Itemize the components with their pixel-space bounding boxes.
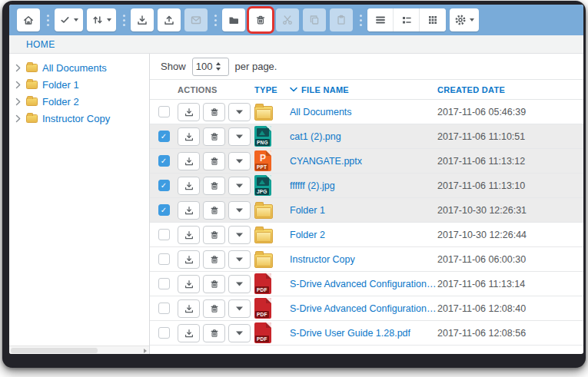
row-download-button[interactable]: [178, 127, 200, 146]
row-checkbox[interactable]: [158, 204, 170, 216]
file-name-link[interactable]: S-Drive User Guide 1.28.pdf: [290, 328, 410, 339]
row-checkbox[interactable]: [158, 278, 170, 289]
row-delete-button[interactable]: [203, 324, 225, 342]
row-more-button[interactable]: [228, 324, 251, 342]
caret-down-icon: [235, 330, 244, 336]
row-more-button[interactable]: [228, 152, 251, 170]
list-view-icon: [374, 14, 387, 26]
row-download-button[interactable]: [178, 201, 200, 220]
download-button[interactable]: [131, 8, 154, 31]
chevron-down-icon: [107, 18, 111, 21]
row-checkbox[interactable]: [158, 106, 170, 117]
row-download-button[interactable]: [178, 103, 200, 121]
row-download-button[interactable]: [178, 177, 200, 195]
folder-tree-item[interactable]: All Documents: [9, 59, 149, 76]
scrollbar-thumb[interactable]: [11, 348, 98, 353]
row-delete-button[interactable]: [203, 275, 225, 293]
row-more-button[interactable]: [228, 275, 251, 293]
row-download-button[interactable]: [178, 250, 200, 269]
cut-button[interactable]: [276, 8, 299, 31]
row-delete-button[interactable]: [203, 201, 225, 220]
row-checkbox[interactable]: [158, 253, 170, 265]
folder-tree-item-label[interactable]: All Documents: [42, 62, 107, 74]
row-checkbox[interactable]: [158, 229, 170, 240]
row-checkbox[interactable]: [158, 131, 170, 142]
file-type-badge: JPG: [255, 188, 269, 195]
created-date: 2017-11-06 11:10:51: [437, 131, 583, 142]
breadcrumb-home[interactable]: HOME: [26, 39, 55, 50]
paste-button[interactable]: [330, 8, 353, 31]
row-more-button[interactable]: [228, 127, 251, 146]
row-checkbox[interactable]: [158, 155, 170, 167]
row-delete-button[interactable]: [203, 152, 225, 170]
folder-tree-item[interactable]: Instructor Copy: [9, 110, 149, 127]
row-checkbox[interactable]: [158, 303, 170, 314]
row-delete-button[interactable]: [203, 127, 225, 146]
row-delete-button[interactable]: [203, 226, 225, 244]
folder-tree-item-label[interactable]: Folder 2: [42, 96, 79, 107]
delete-button[interactable]: [249, 8, 272, 31]
header-file-name[interactable]: FILE NAME: [290, 85, 437, 94]
row-download-button[interactable]: [178, 226, 200, 244]
file-name-link[interactable]: cat1 (2).png: [290, 131, 341, 142]
per-page-input[interactable]: [193, 61, 216, 72]
paste-icon: [335, 14, 347, 26]
row-delete-button[interactable]: [203, 250, 225, 269]
row-delete-button[interactable]: [203, 177, 225, 195]
chevron-right-icon: [15, 98, 22, 106]
select-all-button[interactable]: [55, 8, 83, 31]
row-download-button[interactable]: [178, 152, 200, 170]
download-icon: [184, 180, 194, 191]
stepper-up-icon[interactable]: [216, 62, 221, 65]
file-name-link[interactable]: Folder 2: [290, 230, 325, 240]
settings-button[interactable]: [450, 8, 479, 31]
home-button[interactable]: [17, 8, 40, 31]
list-view-button[interactable]: [367, 8, 394, 31]
file-name-link[interactable]: CYANGATE.pptx: [290, 156, 362, 167]
file-name-link[interactable]: S-Drive Advanced Configuration Gui...: [290, 279, 437, 289]
home-icon: [22, 14, 35, 26]
folder-tree-item[interactable]: Folder 2: [9, 93, 149, 110]
row-more-button[interactable]: [228, 103, 251, 121]
folder-tree-item-label[interactable]: Folder 1: [42, 79, 79, 91]
detail-view-button[interactable]: [394, 8, 420, 31]
grid-view-button[interactable]: [420, 8, 446, 31]
folder-tree-item[interactable]: Folder 1: [9, 76, 149, 93]
header-type[interactable]: TYPE: [254, 85, 290, 94]
file-name-link[interactable]: ffffff (2).jpg: [290, 180, 335, 191]
row-delete-button[interactable]: [203, 299, 225, 318]
row-more-button[interactable]: [228, 299, 251, 318]
row-checkbox[interactable]: [158, 180, 170, 191]
row-more-button[interactable]: [228, 250, 251, 269]
sort-button[interactable]: [87, 8, 116, 31]
gear-icon: [454, 14, 467, 26]
file-name-link[interactable]: Instructor Copy: [290, 254, 355, 265]
row-more-button[interactable]: [228, 177, 251, 195]
file-name-link[interactable]: S-Drive Advanced Configuration Gui...: [290, 303, 437, 314]
row-checkbox[interactable]: [158, 327, 170, 339]
folder-tree-item-label[interactable]: Instructor Copy: [42, 113, 110, 124]
row-more-button[interactable]: [228, 201, 251, 220]
row-download-button[interactable]: [178, 275, 200, 293]
copy-button[interactable]: [303, 8, 326, 31]
row-more-button[interactable]: [228, 226, 251, 244]
new-folder-button[interactable]: [222, 8, 245, 31]
view-switcher: [367, 8, 446, 31]
download-icon: [136, 14, 148, 26]
sort-arrows-icon: [91, 14, 104, 26]
row-delete-button[interactable]: [203, 103, 225, 121]
file-type-icon: P PPT: [254, 150, 271, 171]
row-download-button[interactable]: [178, 324, 200, 342]
download-icon: [184, 303, 194, 314]
email-button[interactable]: [184, 8, 208, 31]
header-created-date[interactable]: CREATED DATE: [437, 85, 583, 94]
scrollbar-right-arrow-icon[interactable]: [144, 349, 147, 353]
file-name-link[interactable]: All Documents: [290, 107, 352, 117]
upload-button[interactable]: [158, 8, 181, 31]
caret-down-icon: [235, 207, 244, 213]
sidebar-horizontal-scrollbar[interactable]: [9, 346, 149, 354]
file-type-icon: [254, 229, 273, 243]
file-name-link[interactable]: Folder 1: [290, 205, 325, 216]
stepper-down-icon[interactable]: [216, 68, 221, 71]
row-download-button[interactable]: [178, 299, 200, 318]
